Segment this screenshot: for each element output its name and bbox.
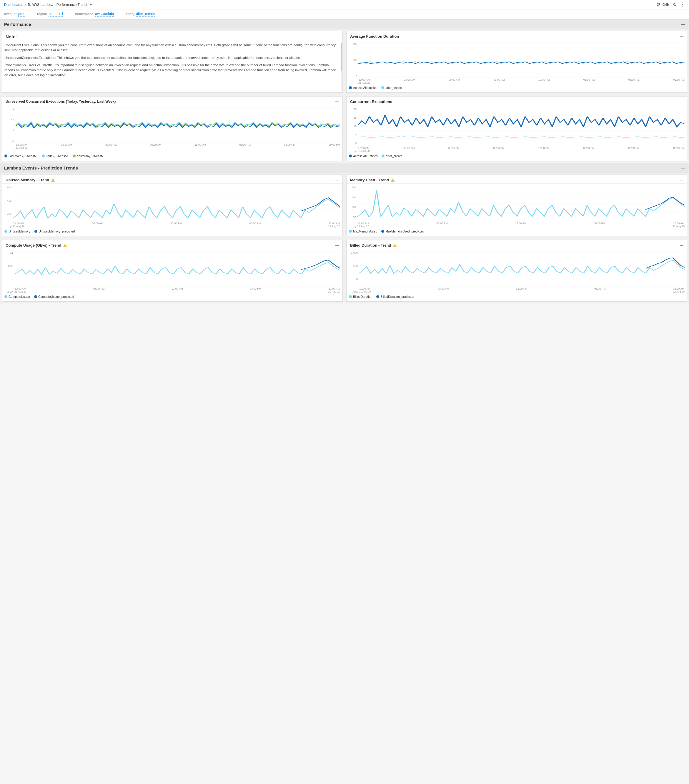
row-4: Compute Usage (GB-s) - Trend — 0.10.050-…: [0, 238, 689, 303]
unused-mem-title-row: Unused Memory - Trend —: [2, 175, 342, 184]
filter-namespace: namespace aws/lambda: [75, 12, 114, 16]
legend-label-compute: ComputeUsage: [8, 295, 30, 298]
billed-y-axis: 1,0005000-500: [349, 251, 359, 294]
nav-separator: ›: [25, 3, 26, 7]
billed-collapse[interactable]: —: [680, 244, 683, 247]
row-3: Unused Memory - Trend — 6004002000: [0, 173, 689, 238]
legend-label-billed: BilledDuration: [353, 295, 372, 298]
unused-mem-title: Unused Memory - Trend: [6, 178, 49, 182]
filter-entity-label: entity: [126, 12, 135, 16]
unused-mem-y-axis: 6004002000: [5, 186, 13, 228]
mem-used-x-axis: 12:00 AM21 Aug 20 06:00 AM 12:00 PM 06:0…: [357, 221, 684, 228]
more-icon[interactable]: ⋮: [680, 2, 685, 7]
title-dropdown-icon[interactable]: ▾: [90, 3, 92, 7]
billed-x-axis: 12:00 AM21 Aug 20 06:00 AM 12:00 PM 06:0…: [359, 287, 684, 294]
section-lambda-title: Lambda Events - Prediction Trends: [4, 165, 78, 170]
top-nav: Dashboards › 5. AWS Lambda - Performance…: [0, 0, 689, 10]
unreserved-title: Unreserved Concurrent Executions (Today,…: [6, 99, 116, 104]
scrollbar-thumb[interactable]: [341, 43, 342, 71]
filter-region-value[interactable]: us-east-1: [49, 12, 63, 16]
legend-dot-unused-mem-pred: [35, 230, 37, 233]
note-body: Concurrent Executions: This shows you th…: [2, 40, 342, 92]
legend-label-billed-pred: BilledDuration_predicted: [380, 295, 414, 298]
mem-used-y-axis: 200150100500: [349, 186, 357, 228]
note-paragraph-3: Invocations vs Errors vs Throttle: It's …: [5, 63, 340, 78]
avg-duration-y-axis: 4002000: [349, 42, 358, 78]
compute-body: 0.10.050-0.05: [2, 249, 342, 301]
avg-duration-body: 4002000: [347, 40, 687, 92]
legend-label-compute-pred: ComputeUsage_predicted: [38, 295, 74, 298]
note-title: Note:: [2, 31, 342, 40]
mem-used-legend: MaxMemoryUsed MaxMemoryUsed_predicted: [349, 228, 684, 234]
filter-account-label: account: [4, 12, 16, 16]
legend-label-after-create-c: after_create: [386, 154, 402, 158]
legend-label-all-entities-c: Across All Entities: [353, 154, 377, 158]
legend-dot-today: [42, 155, 45, 157]
filter-bar: account prod region us-east-1 namespace …: [0, 10, 689, 19]
concurrent-collapse[interactable]: —: [680, 100, 683, 104]
row-1: Note: Concurrent Executions: This shows …: [0, 29, 689, 94]
compute-collapse[interactable]: —: [335, 244, 339, 247]
section-lambda-collapse[interactable]: —: [681, 166, 685, 170]
legend-dot-after-create: [381, 86, 384, 89]
filter-account: account prod: [4, 12, 25, 16]
filter-entity: entity after_create: [126, 12, 155, 16]
avg-duration-x-axis: 12:00 AM21 Aug 20 03:00 AM 06:00 AM 09:0…: [358, 78, 684, 85]
dashboards-link[interactable]: Dashboards: [4, 3, 23, 7]
legend-label-yesterday: Yesterday, us-east-1: [77, 154, 105, 158]
unused-mem-collapse[interactable]: —: [335, 178, 339, 182]
concurrent-title-row: Concurrent Executions —: [347, 97, 687, 105]
legend-dot-last-week: [5, 155, 7, 157]
filter-entity-value[interactable]: after_create: [136, 12, 155, 16]
concurrent-legend: Across All Entities after_create: [349, 153, 684, 158]
avg-duration-collapse[interactable]: —: [680, 35, 683, 39]
legend-dot-compute: [5, 295, 7, 298]
unused-mem-x-axis: 12:00 AM21 Aug 20 06:00 AM 12:00 PM 06:0…: [13, 221, 340, 228]
compute-title: Compute Usage (GB-s) - Trend: [6, 243, 61, 247]
compute-warning-icon: [63, 244, 67, 247]
legend-dot-billed-pred: [376, 295, 379, 298]
filter-namespace-value[interactable]: aws/lambda: [95, 12, 114, 16]
billed-title: Billed Duration - Trend: [350, 243, 391, 247]
legend-label-today: Today, us-east-1: [46, 154, 69, 158]
nav-actions: ⏱ -24h ↻ ⋮: [656, 2, 685, 7]
panel-unused-memory: Unused Memory - Trend — 6004002000: [2, 175, 343, 236]
section-performance-collapse[interactable]: —: [681, 22, 685, 27]
clock-icon: ⏱: [656, 2, 660, 7]
legend-dot-after-create-c: [381, 155, 385, 157]
note-paragraph-1: Concurrent Executions: This shows you th…: [5, 43, 340, 53]
time-range[interactable]: ⏱ -24h: [656, 2, 669, 7]
panel-billed-duration: Billed Duration - Trend — 1,0005000-500: [346, 240, 687, 301]
legend-dot-all-entities: [349, 86, 352, 89]
panel-concurrent: Concurrent Executions — 20151050-5: [346, 96, 687, 161]
note-panel: Note: Concurrent Executions: This shows …: [2, 31, 343, 93]
unused-mem-body: 6004002000: [2, 184, 342, 236]
compute-y-axis: 0.10.050-0.05: [5, 251, 15, 294]
billed-title-row: Billed Duration - Trend —: [347, 240, 687, 249]
mem-used-body: 200150100500: [347, 184, 687, 236]
unreserved-x-axis: 12:00 AM21 Aug 20 03:00 AM 06:00 AM 09:0…: [16, 143, 340, 150]
section-performance: Performance —: [0, 19, 689, 29]
panel-unreserved: Unreserved Concurrent Executions (Today,…: [2, 96, 343, 161]
section-lambda-events: Lambda Events - Prediction Trends —: [0, 163, 689, 173]
concurrent-x-axis: 12:00 AM21 Aug 20 03:00 AM 06:00 AM 09:0…: [358, 146, 684, 153]
mem-used-collapse[interactable]: —: [680, 178, 683, 182]
filter-region: region us-east-1: [37, 12, 63, 16]
refresh-icon[interactable]: ↻: [673, 2, 677, 7]
legend-dot-max-mem-pred: [381, 230, 384, 233]
concurrent-y-axis: 20151050-5: [349, 108, 358, 153]
filter-namespace-label: namespace: [75, 12, 93, 16]
unreserved-chart: 12:00 AM21 Aug 20 03:00 AM 06:00 AM 09:0…: [16, 107, 340, 153]
filter-account-value[interactable]: prod: [18, 12, 25, 16]
unreserved-collapse[interactable]: —: [335, 99, 339, 104]
panel-avg-duration: Average Function Duration — 4002000: [346, 31, 687, 93]
legend-label-last-week: Last Week, us-east-1: [8, 154, 38, 158]
compute-chart: 12:00 AM21 Aug 20 06:00 AM 12:00 PM 06:0…: [15, 251, 340, 294]
billed-warning-icon: [393, 244, 397, 247]
unreserved-y-axis: 21.510.50: [5, 107, 16, 153]
mem-used-title-row: Memory Used - Trend —: [347, 175, 687, 184]
unreserved-body: 21.510.50: [2, 105, 342, 161]
scrollbar-track[interactable]: [341, 43, 342, 90]
compute-legend: ComputeUsage ComputeUsage_predicted: [5, 294, 340, 299]
mem-used-chart: 12:00 AM21 Aug 20 06:00 AM 12:00 PM 06:0…: [357, 186, 684, 228]
